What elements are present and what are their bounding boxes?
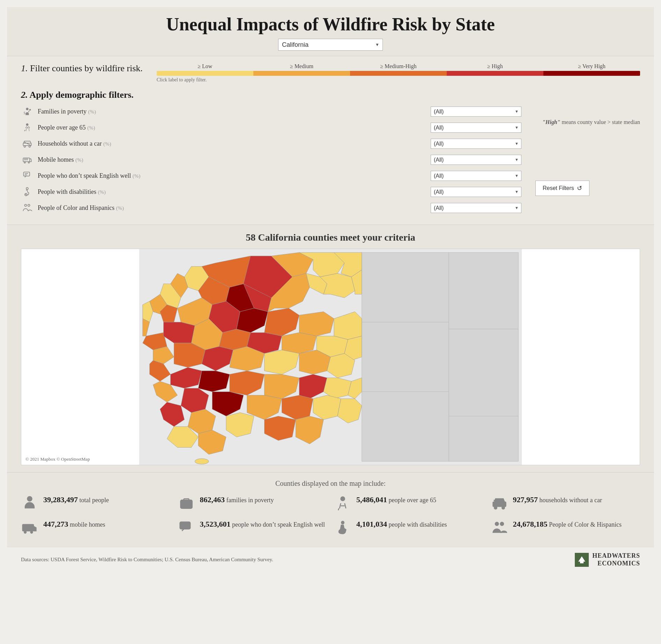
stat-item-mobile-homes: 447,273 mobile homes — [21, 519, 171, 536]
reset-label: Reset Filters — [543, 185, 574, 191]
step2-text: Apply demographic filters. — [30, 90, 134, 100]
select-mobile-homes[interactable]: (All) High — [431, 155, 521, 165]
main-title: Unequal Impacts of Wildfire Risk by Stat… — [21, 14, 640, 35]
stat-item-disabilities: 4,101,034 people with disabilities — [334, 519, 484, 536]
select-non-english[interactable]: (All) High — [431, 171, 521, 181]
step1-number: 1. — [21, 63, 28, 73]
map-section: 58 California counties meet your criteri… — [7, 225, 654, 472]
step2-wrapper: 2. Apply demographic filters. $ Families… — [21, 90, 640, 218]
select-poc[interactable]: (All) High — [431, 203, 521, 213]
risk-label-medium-high[interactable]: ≥ Medium-High — [350, 63, 447, 69]
svg-line-2 — [29, 111, 29, 112]
svg-marker-71 — [198, 371, 230, 392]
svg-rect-13 — [24, 159, 26, 160]
svg-point-12 — [28, 162, 30, 163]
stat-label-no-car: households without a car — [540, 497, 602, 504]
car-icon — [21, 137, 34, 150]
state-select[interactable]: California Oregon Washington Texas Color… — [278, 39, 383, 51]
demographic-label-no-car: Households without a car (%) — [38, 140, 426, 147]
speech-icon — [21, 169, 34, 182]
logo-area: HEADWATERS ECONOMICS — [575, 552, 640, 567]
risk-label-low[interactable]: ≥ Low — [157, 63, 253, 69]
risk-bar-low — [157, 71, 253, 76]
stat-text-non-english: 3,523,601 people who don’t speak English… — [200, 519, 325, 530]
select-no-car[interactable]: (All) High — [431, 139, 521, 149]
select-disabilities[interactable]: (All) High — [431, 187, 521, 197]
header-section: Unequal Impacts of Wildfire Risk by Stat… — [7, 7, 654, 56]
map-container: © 2021 Mapbox © OpenStreetMap — [21, 249, 640, 465]
svg-point-11 — [24, 162, 25, 163]
demographic-row-poc: People of Color and Hispanics (%) (All) … — [21, 202, 521, 214]
stat-label-total-people-text: total people — [80, 497, 109, 504]
stat-text-poc: 24,678,185 People of Color & Hispanics — [513, 519, 622, 530]
svg-point-113 — [495, 522, 498, 525]
demographic-left: $ Families in poverty (%) (All) High — [21, 105, 521, 218]
state-select-wrapper: California Oregon Washington Texas Color… — [278, 39, 383, 51]
dropdown-elderly: (All) High — [431, 123, 521, 133]
map-title: 58 California counties meet your criteri… — [21, 232, 640, 243]
headwaters-logo-icon — [575, 553, 589, 567]
risk-labels: ≥ Low ≥ Medium ≥ Medium-High ≥ High ≥ Ve… — [157, 63, 640, 69]
risk-label-high[interactable]: ≥ High — [447, 63, 543, 69]
stat-text-elderly: 5,486,041 people over age 65 — [356, 495, 436, 505]
risk-label-medium[interactable]: ≥ Medium — [253, 63, 350, 69]
person-icon — [21, 495, 38, 512]
disability-icon — [21, 185, 34, 198]
footer-datasources: Data sources: USDA Forest Service, Wildf… — [21, 557, 273, 563]
svg-point-103 — [502, 506, 504, 509]
group-icon — [21, 202, 34, 214]
svg-rect-26 — [449, 329, 518, 416]
svg-point-112 — [339, 530, 343, 534]
stats-section: Counties displayed on the map include: 3… — [7, 472, 654, 547]
demographic-label-poc: People of Color and Hispanics (%) — [38, 204, 426, 212]
risk-label-very-high[interactable]: ≥ Very High — [543, 63, 640, 69]
select-poverty[interactable]: (All) High — [431, 107, 521, 117]
stat-item-elderly: 5,486,041 people over age 65 — [334, 495, 484, 512]
svg-rect-27 — [449, 416, 518, 461]
risk-bar-medium — [253, 71, 350, 76]
svg-point-114 — [500, 522, 503, 525]
reset-btn-wrapper: Reset Filters ↺ — [535, 181, 640, 196]
poverty-stat-icon — [178, 495, 195, 512]
stat-label-elderly: people over age 65 — [389, 497, 436, 504]
svg-point-18 — [26, 188, 28, 190]
dropdown-poc: (All) High — [431, 203, 521, 213]
demographic-label-non-english: People who don’t speak English well (%) — [38, 172, 426, 180]
svg-line-100 — [338, 508, 339, 511]
stat-label-disabilities: people with disabilities — [389, 521, 447, 528]
svg-line-9 — [24, 142, 31, 145]
high-note-emphasis: "High" — [542, 119, 560, 125]
stat-number-total-people: 39,283,497 — [43, 495, 78, 504]
select-elderly[interactable]: (All) High — [431, 123, 521, 133]
svg-rect-23 — [362, 253, 449, 322]
svg-point-92 — [28, 497, 32, 501]
mobile-home-stat-icon — [21, 519, 38, 536]
demographic-row-poverty: $ Families in poverty (%) (All) High — [21, 105, 521, 118]
svg-line-5 — [24, 130, 25, 131]
stat-item-non-english: 3,523,601 people who don’t speak English… — [178, 519, 327, 536]
stat-number-no-car: 927,957 — [513, 495, 538, 504]
svg-point-7 — [24, 146, 26, 147]
dropdown-disabilities: (All) High — [431, 187, 521, 197]
high-note-text: means county value > state median — [562, 119, 640, 125]
svg-point-111 — [341, 521, 344, 524]
stat-item-no-car: 927,957 households without a car — [491, 495, 640, 512]
risk-bar — [157, 71, 640, 76]
dropdown-mobile-homes: (All) High — [431, 155, 521, 165]
svg-point-8 — [29, 146, 31, 147]
reset-filters-button[interactable]: Reset Filters ↺ — [535, 181, 589, 196]
svg-point-21 — [28, 204, 30, 206]
demographic-label-mobile-homes: Mobile homes (%) — [38, 156, 426, 163]
step1-text: Filter counties by wildfire risk. — [30, 63, 143, 73]
step1-row: 1. Filter counties by wildfire risk. ≥ L… — [21, 63, 640, 83]
stat-text-poverty: 862,463 families in poverty — [200, 495, 274, 505]
svg-rect-105 — [23, 525, 34, 531]
svg-rect-28 — [362, 392, 449, 461]
stat-text-total-people: 39,283,497 total people — [43, 495, 109, 505]
stat-label-poverty: families in poverty — [226, 497, 274, 504]
headwaters-logo-text: HEADWATERS ECONOMICS — [592, 552, 640, 567]
demographic-row-non-english: People who don’t speak English well (%) … — [21, 169, 521, 182]
group-stat-icon — [491, 519, 508, 536]
page-wrapper: Unequal Impacts of Wildfire Risk by Stat… — [0, 0, 661, 579]
mobile-home-icon — [21, 153, 34, 166]
